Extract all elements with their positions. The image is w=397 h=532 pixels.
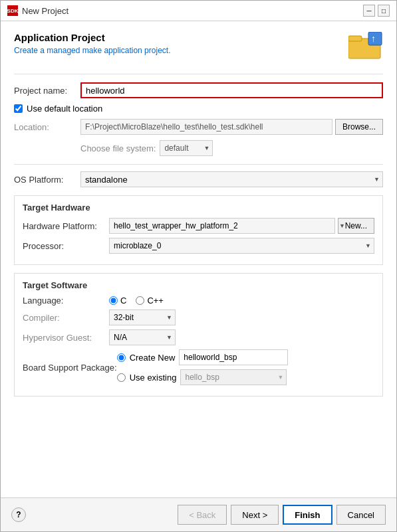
dialog-footer: ? < Back Next > Finish Cancel — [1, 497, 396, 531]
location-row: Location: Browse... — [14, 119, 383, 135]
back-button[interactable]: < Back — [178, 505, 227, 525]
lang-cpp-option: C++ — [136, 296, 164, 306]
location-input[interactable] — [80, 119, 332, 135]
project-name-row: Project name: — [14, 82, 383, 98]
target-hardware-title: Target Hardware — [23, 203, 374, 213]
bsp-create-new-radio[interactable] — [117, 353, 126, 362]
hypervisor-row: Hypervisor Guest: N/A — [23, 329, 374, 345]
bsp-options: Create New Use existing hello_bsp — [117, 349, 289, 385]
target-hardware-section: Target Hardware Hardware Platform: hello… — [14, 195, 383, 265]
filesystem-row: Choose file system: default — [80, 140, 383, 156]
page-subtitle: Create a managed make application projec… — [14, 46, 170, 55]
hw-platform-row: Hardware Platform: hello_test_wrapper_hw… — [23, 218, 374, 234]
hw-platform-label: Hardware Platform: — [23, 221, 109, 231]
hw-platform-select-wrapper: hello_test_wrapper_hw_platform_2 New... — [109, 218, 374, 234]
processor-select[interactable]: microblaze_0 — [109, 238, 374, 254]
header-icon: ↑ — [348, 32, 383, 63]
use-default-checkbox[interactable] — [14, 104, 23, 113]
os-platform-label: OS Platform: — [14, 175, 80, 185]
language-row: Language: C C++ — [23, 296, 374, 306]
title-bar: SDK New Project ─ □ — [1, 1, 396, 21]
language-label: Language: — [23, 296, 109, 306]
processor-row: Processor: microblaze_0 — [23, 238, 374, 254]
hw-platform-select[interactable]: hello_test_wrapper_hw_platform_2 — [109, 218, 335, 234]
lang-cpp-label: C++ — [147, 296, 164, 306]
filesystem-select-wrapper: default — [160, 140, 213, 156]
target-software-title: Target Software — [23, 280, 374, 290]
hypervisor-select[interactable]: N/A — [109, 329, 176, 345]
processor-label: Processor: — [23, 241, 109, 251]
bsp-use-existing-label: Use existing — [130, 373, 177, 383]
bsp-create-new-input[interactable] — [179, 349, 288, 365]
app-icon: SDK — [7, 5, 18, 16]
filesystem-select[interactable]: default — [160, 140, 213, 156]
os-platform-select[interactable]: standalone — [80, 171, 383, 187]
bsp-existing-select[interactable]: hello_bsp — [180, 369, 287, 385]
cancel-button[interactable]: Cancel — [336, 505, 386, 525]
page-header: Application Project Create a managed mak… — [14, 32, 383, 63]
maximize-button[interactable]: □ — [378, 5, 390, 17]
header-text: Application Project Create a managed mak… — [14, 32, 170, 55]
browse-button[interactable]: Browse... — [335, 119, 383, 135]
help-button[interactable]: ? — [11, 507, 26, 522]
svg-rect-1 — [348, 36, 362, 41]
bsp-label: Board Support Package: — [23, 363, 117, 373]
use-default-label: Use default location — [27, 104, 102, 114]
target-software-section: Target Software Language: C C++ — [14, 273, 383, 397]
lang-cpp-radio[interactable] — [136, 296, 144, 305]
bsp-use-existing-option: Use existing hello_bsp — [117, 369, 289, 385]
lang-c-label: C — [120, 296, 126, 306]
location-label: Location: — [14, 122, 80, 132]
project-name-label: Project name: — [14, 86, 80, 96]
filesystem-label: Choose file system: — [80, 143, 156, 153]
next-button[interactable]: Next > — [231, 505, 279, 525]
hypervisor-select-wrapper: N/A — [109, 329, 176, 345]
form-section: Project name: Use default location Locat… — [14, 74, 383, 397]
compiler-label: Compiler: — [23, 313, 109, 323]
svg-text:↑: ↑ — [371, 33, 376, 44]
bsp-existing-select-wrapper: hello_bsp — [180, 369, 287, 385]
bsp-create-new-option: Create New — [117, 349, 289, 365]
use-default-row: Use default location — [14, 104, 383, 114]
compiler-select-wrapper: 32-bit — [109, 310, 176, 325]
bsp-create-new-label: Create New — [130, 353, 176, 363]
language-radio-group: C C++ — [109, 296, 164, 306]
dialog-content: Application Project Create a managed mak… — [1, 21, 396, 497]
os-platform-row: OS Platform: standalone — [14, 171, 383, 187]
finish-button[interactable]: Finish — [283, 505, 332, 525]
window-controls: ─ □ — [363, 5, 390, 17]
compiler-row: Compiler: 32-bit — [23, 310, 374, 325]
footer-buttons: < Back Next > Finish Cancel — [178, 505, 386, 525]
project-name-input[interactable] — [80, 82, 383, 98]
new-hw-button[interactable]: New... — [338, 218, 374, 234]
hypervisor-label: Hypervisor Guest: — [23, 333, 109, 343]
minimize-button[interactable]: ─ — [363, 5, 375, 17]
os-select-wrapper: standalone — [80, 171, 383, 187]
lang-c-option: C — [109, 296, 126, 306]
page-title: Application Project — [14, 32, 170, 43]
bsp-row: Board Support Package: Create New Use ex… — [23, 349, 374, 385]
bsp-use-existing-radio[interactable] — [117, 373, 126, 382]
window-title: New Project — [22, 6, 359, 16]
processor-select-wrapper: microblaze_0 — [109, 238, 374, 254]
lang-c-radio[interactable] — [109, 296, 118, 305]
compiler-select[interactable]: 32-bit — [109, 310, 176, 325]
